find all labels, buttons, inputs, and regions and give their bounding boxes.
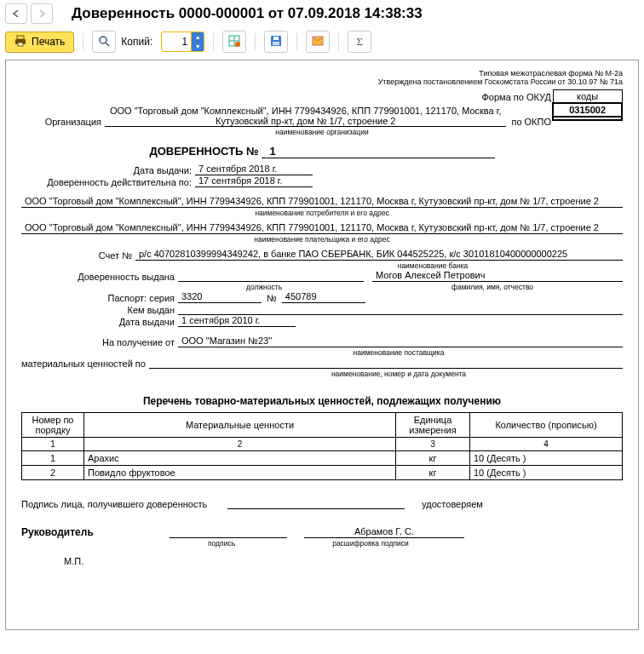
back-button[interactable] [5,3,27,24]
col-header: Номер по порядку [22,413,84,438]
title-toolbar: Доверенность 0000-000001 от 07.09.2018 1… [0,0,644,27]
col-header: Количество (прописью) [470,413,623,438]
okud-code: 0315002 [553,103,622,117]
separator [255,33,256,50]
svg-line-4 [106,43,109,46]
separator [338,33,339,50]
save-button[interactable] [264,31,288,53]
email-button[interactable] [306,31,330,53]
consumer-caption: наименование потребителя и его адрес [21,209,623,217]
spin-up-icon[interactable]: ▲ [192,32,204,42]
separator [296,33,297,50]
consumer-line: ООО "Торговый дом "Комплексный", ИНН 779… [21,196,623,208]
svg-rect-10 [273,37,279,40]
sign-holder-label: Подпись лица, получившего доверенность [21,499,210,509]
doc-title-prefix: ДОВЕРЕННОСТЬ № [149,145,258,158]
director-label: Руководитель [21,526,118,538]
svg-rect-2 [18,43,23,46]
org-caption: наименование организации [21,128,623,136]
payer-line: ООО "Торговый дом "Комплексный", ИНН 779… [21,222,623,234]
approved-line: Утверждена постановлением Госкомстата Ро… [21,77,623,86]
pass-date-label: Дата выдачи [21,317,178,327]
table-cell: Арахис [84,451,396,466]
passport-no: 450789 [282,291,365,303]
issued-by-label: Кем выдан [21,305,178,315]
action-toolbar: Печать Копий: ▲ ▼ Σ [0,27,644,60]
print-sheet: Типовая межотраслевая форма № М-2а Утвер… [5,60,639,630]
floppy-icon [270,35,282,49]
issue-date-label: Дата выдачи: [21,165,195,175]
col-header: Материальные ценности [84,413,396,438]
issued-to-label: Доверенность выдана [21,272,178,282]
svg-point-3 [100,37,106,43]
table-cell: Повидло фруктовое [84,466,396,480]
col-header: Единица измерения [396,413,470,438]
okud-label: Форма по ОКУД [482,92,555,102]
separator [83,33,83,50]
passport-series-label: Паспорт: серия [21,293,178,303]
print-button[interactable]: Печать [5,32,74,53]
payer-caption: наименование плательщика и его адрес [21,235,623,244]
items-caption: Перечень товарно-материальных ценностей,… [21,395,623,407]
forward-button[interactable] [31,3,53,24]
receive-from: ООО "Магазин №23" [178,336,623,347]
copies-spinner[interactable]: ▲ ▼ [161,32,204,52]
sigma-icon: Σ [356,35,363,49]
issue-date: 7 сентября 2018 г. [195,164,313,175]
table-header-row: Номер по порядку Материальные ценности Е… [22,413,623,438]
spin-down-icon[interactable]: ▼ [192,42,204,51]
table-settings-button[interactable] [222,31,246,53]
position-caption: должность [175,283,354,291]
valid-until: 17 сентября 2018 г. [195,175,313,187]
director-name: Абрамов Г. С. [304,526,464,538]
certify-label: удостоверяем [422,499,486,509]
printer-icon [14,35,26,49]
table-cell: кг [396,451,470,466]
account-label: Счет № [21,250,135,261]
table-colnum-row: 1 2 3 4 [22,438,623,451]
copies-input[interactable] [162,36,191,48]
issued-position [178,270,364,282]
passport-no-label: № [262,293,282,303]
values-caption: наименование, номер и дата документа [175,370,623,378]
org-label: Организация [21,117,105,127]
supplier-caption: наименование поставщика [175,348,623,357]
envelope-icon [312,36,324,48]
issued-fio: Могов Алексей Петрович [372,270,623,282]
grid-icon [228,35,240,49]
values-by-label: материальных ценностей по [21,359,149,369]
preview-button[interactable] [92,31,116,53]
table-cell: 10 (Десять ) [470,451,623,466]
okpo-label: по ОКПО [511,117,555,127]
table-cell: кг [396,466,470,480]
receive-from-label: На получение от [21,337,178,347]
items-table: Номер по порядку Материальные ценности Е… [21,412,623,480]
passport-series: 3320 [178,291,262,303]
bank-caption: наименование банка [243,261,623,270]
sign-caption: подпись [166,539,277,548]
decrypt-caption: расшифровка подписи [294,539,447,548]
stamp-label: М.П. [64,556,623,566]
sum-button[interactable]: Σ [348,31,371,53]
values-by [149,357,623,369]
print-label: Печать [32,36,65,48]
org-value: ООО "Торговый дом "Комплексный", ИНН 779… [105,106,506,127]
separator [213,33,214,50]
svg-point-8 [235,42,240,47]
account-value: р/с 40702810399994349242, в банке ПАО СБ… [135,249,623,261]
valid-label: Доверенность действительна по: [21,177,195,187]
codes-box: коды 0315002 [552,89,623,121]
document-title: Доверенность 0000-000001 от 07.09.2018 1… [72,5,423,22]
table-cell: 1 [22,451,84,466]
form-type-line: Типовая межотраслевая форма № М-2а [21,69,623,77]
table-row: 2Повидло фруктовоекг10 (Десять ) [22,466,623,480]
table-cell: 2 [22,466,84,480]
fio-caption: фамилия, имя, отчество [362,283,623,291]
pass-date: 1 сентября 2010 г. [178,315,296,327]
okpo-code [553,117,622,120]
magnifier-icon [98,35,110,49]
doc-number: 1 [262,145,495,158]
svg-rect-11 [273,42,279,45]
svg-rect-0 [17,36,24,39]
table-cell: 10 (Десять ) [470,466,623,480]
